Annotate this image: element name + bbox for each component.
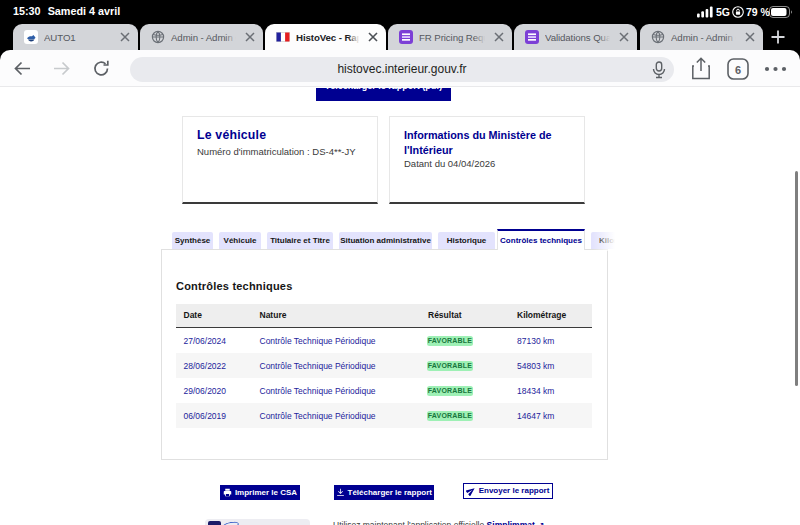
svg-text:6: 6 (735, 64, 741, 76)
